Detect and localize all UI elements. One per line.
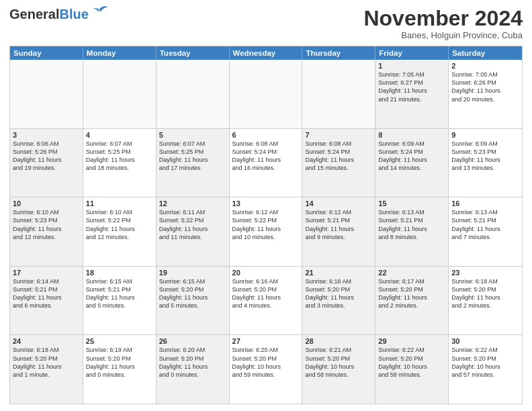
day-number: 21 (305, 269, 372, 277)
day-info: Sunrise: 6:07 AM Sunset: 5:25 PM Dayligh… (86, 140, 153, 173)
cal-cell: 26Sunrise: 6:20 AM Sunset: 5:20 PM Dayli… (157, 335, 230, 404)
day-info: Sunrise: 6:07 AM Sunset: 5:25 PM Dayligh… (159, 140, 226, 173)
cal-cell: 8Sunrise: 6:09 AM Sunset: 5:24 PM Daylig… (375, 129, 449, 197)
cal-cell: 27Sunrise: 6:20 AM Sunset: 5:20 PM Dayli… (230, 335, 303, 404)
title-section: November 2024 Banes, Holguin Province, C… (363, 7, 523, 40)
day-info: Sunrise: 6:15 AM Sunset: 5:21 PM Dayligh… (86, 277, 153, 310)
day-number: 10 (13, 199, 80, 208)
day-info: Sunrise: 6:15 AM Sunset: 5:20 PM Dayligh… (159, 277, 226, 310)
header: GeneralBlue November 2024 Banes, Holguin… (9, 7, 523, 40)
cal-cell: 13Sunrise: 6:12 AM Sunset: 5:22 PM Dayli… (230, 197, 303, 266)
page: GeneralBlue November 2024 Banes, Holguin… (0, 0, 532, 411)
cal-cell: 10Sunrise: 6:10 AM Sunset: 5:23 PM Dayli… (10, 197, 83, 266)
cal-header-wednesday: Wednesday (230, 46, 303, 60)
day-info: Sunrise: 6:09 AM Sunset: 5:23 PM Dayligh… (451, 140, 519, 173)
cal-cell: 24Sunrise: 6:18 AM Sunset: 5:20 PM Dayli… (10, 335, 83, 404)
day-number: 18 (86, 269, 153, 277)
day-number: 5 (159, 131, 226, 139)
calendar-row-1: 1Sunrise: 7:05 AM Sunset: 6:27 PM Daylig… (10, 60, 522, 128)
cal-cell: 18Sunrise: 6:15 AM Sunset: 5:21 PM Dayli… (83, 267, 157, 335)
logo-bird-icon (90, 4, 109, 19)
day-info: Sunrise: 6:13 AM Sunset: 5:21 PM Dayligh… (378, 208, 445, 241)
cal-cell: 17Sunrise: 6:14 AM Sunset: 5:21 PM Dayli… (10, 267, 83, 335)
calendar-row-5: 24Sunrise: 6:18 AM Sunset: 5:20 PM Dayli… (10, 334, 522, 404)
calendar-row-4: 17Sunrise: 6:14 AM Sunset: 5:21 PM Dayli… (10, 266, 522, 335)
day-info: Sunrise: 6:08 AM Sunset: 5:24 PM Dayligh… (305, 140, 372, 173)
cal-cell: 2Sunrise: 7:05 AM Sunset: 6:26 PM Daylig… (449, 60, 522, 128)
day-info: Sunrise: 6:13 AM Sunset: 5:21 PM Dayligh… (451, 208, 519, 241)
calendar-body: 1Sunrise: 7:05 AM Sunset: 6:27 PM Daylig… (10, 60, 522, 404)
cal-cell: 25Sunrise: 6:19 AM Sunset: 5:20 PM Dayli… (83, 335, 157, 404)
day-info: Sunrise: 6:19 AM Sunset: 5:20 PM Dayligh… (86, 346, 153, 379)
day-info: Sunrise: 6:16 AM Sunset: 5:20 PM Dayligh… (305, 277, 372, 310)
cal-cell: 30Sunrise: 6:22 AM Sunset: 5:20 PM Dayli… (449, 335, 522, 404)
calendar-header-row: SundayMondayTuesdayWednesdayThursdayFrid… (10, 46, 522, 60)
day-info: Sunrise: 6:17 AM Sunset: 5:20 PM Dayligh… (378, 277, 445, 310)
cal-cell: 16Sunrise: 6:13 AM Sunset: 5:21 PM Dayli… (449, 197, 522, 266)
day-info: Sunrise: 7:05 AM Sunset: 6:26 PM Dayligh… (451, 71, 519, 103)
day-info: Sunrise: 6:22 AM Sunset: 5:20 PM Dayligh… (451, 346, 519, 379)
cal-cell: 11Sunrise: 6:10 AM Sunset: 5:22 PM Dayli… (83, 197, 157, 266)
day-info: Sunrise: 6:14 AM Sunset: 5:21 PM Dayligh… (13, 277, 80, 310)
day-number: 4 (86, 131, 153, 139)
day-number: 29 (378, 337, 445, 345)
cal-cell: 14Sunrise: 6:12 AM Sunset: 5:21 PM Dayli… (302, 197, 375, 266)
cal-cell: 5Sunrise: 6:07 AM Sunset: 5:25 PM Daylig… (157, 129, 230, 197)
day-info: Sunrise: 6:18 AM Sunset: 5:20 PM Dayligh… (13, 346, 80, 379)
day-number: 3 (13, 131, 80, 139)
cal-header-saturday: Saturday (449, 46, 522, 60)
day-number: 15 (378, 199, 445, 208)
day-info: Sunrise: 6:16 AM Sunset: 5:20 PM Dayligh… (232, 277, 300, 310)
cal-cell: 6Sunrise: 6:08 AM Sunset: 5:24 PM Daylig… (230, 129, 303, 197)
day-number: 24 (13, 337, 80, 345)
cal-header-sunday: Sunday (10, 46, 83, 60)
logo: GeneralBlue (9, 7, 109, 21)
day-number: 22 (378, 269, 445, 277)
day-info: Sunrise: 6:22 AM Sunset: 5:20 PM Dayligh… (378, 346, 445, 379)
cal-cell: 15Sunrise: 6:13 AM Sunset: 5:21 PM Dayli… (375, 197, 449, 266)
day-info: Sunrise: 6:10 AM Sunset: 5:22 PM Dayligh… (86, 208, 153, 241)
day-info: Sunrise: 7:05 AM Sunset: 6:27 PM Dayligh… (378, 71, 445, 103)
cal-cell: 19Sunrise: 6:15 AM Sunset: 5:20 PM Dayli… (157, 267, 230, 335)
day-number: 11 (86, 199, 153, 208)
day-number: 7 (305, 131, 372, 139)
cal-cell: 23Sunrise: 6:18 AM Sunset: 5:20 PM Dayli… (449, 267, 522, 335)
day-number: 17 (13, 269, 80, 277)
day-number: 14 (305, 199, 372, 208)
day-number: 27 (232, 337, 300, 345)
day-number: 6 (232, 131, 300, 139)
calendar: SundayMondayTuesdayWednesdayThursdayFrid… (9, 46, 523, 404)
day-number: 25 (86, 337, 153, 345)
cal-cell (157, 60, 230, 128)
cal-cell (83, 60, 157, 128)
month-title: November 2024 (363, 7, 523, 30)
day-number: 20 (232, 269, 300, 277)
cal-header-friday: Friday (375, 46, 449, 60)
day-number: 16 (451, 199, 519, 208)
day-number: 19 (159, 269, 226, 277)
cal-cell: 4Sunrise: 6:07 AM Sunset: 5:25 PM Daylig… (83, 129, 157, 197)
cal-cell (10, 60, 83, 128)
day-info: Sunrise: 6:06 AM Sunset: 5:26 PM Dayligh… (13, 140, 80, 173)
day-number: 28 (305, 337, 372, 345)
day-number: 30 (451, 337, 519, 345)
day-info: Sunrise: 6:12 AM Sunset: 5:22 PM Dayligh… (232, 208, 300, 241)
logo-text: GeneralBlue (9, 7, 89, 21)
day-info: Sunrise: 6:11 AM Sunset: 5:22 PM Dayligh… (159, 208, 226, 241)
calendar-row-2: 3Sunrise: 6:06 AM Sunset: 5:26 PM Daylig… (10, 128, 522, 197)
cal-header-thursday: Thursday (302, 46, 375, 60)
day-info: Sunrise: 6:10 AM Sunset: 5:23 PM Dayligh… (13, 208, 80, 241)
day-number: 8 (378, 131, 445, 139)
cal-cell: 20Sunrise: 6:16 AM Sunset: 5:20 PM Dayli… (230, 267, 303, 335)
day-number: 23 (451, 269, 519, 277)
cal-cell: 21Sunrise: 6:16 AM Sunset: 5:20 PM Dayli… (302, 267, 375, 335)
day-number: 13 (232, 199, 300, 208)
day-number: 12 (159, 199, 226, 208)
day-info: Sunrise: 6:20 AM Sunset: 5:20 PM Dayligh… (159, 346, 226, 379)
day-number: 2 (451, 62, 519, 70)
day-info: Sunrise: 6:18 AM Sunset: 5:20 PM Dayligh… (451, 277, 519, 310)
cal-cell: 12Sunrise: 6:11 AM Sunset: 5:22 PM Dayli… (157, 197, 230, 266)
day-info: Sunrise: 6:08 AM Sunset: 5:24 PM Dayligh… (232, 140, 300, 173)
cal-cell: 29Sunrise: 6:22 AM Sunset: 5:20 PM Dayli… (375, 335, 449, 404)
calendar-row-3: 10Sunrise: 6:10 AM Sunset: 5:23 PM Dayli… (10, 197, 522, 266)
